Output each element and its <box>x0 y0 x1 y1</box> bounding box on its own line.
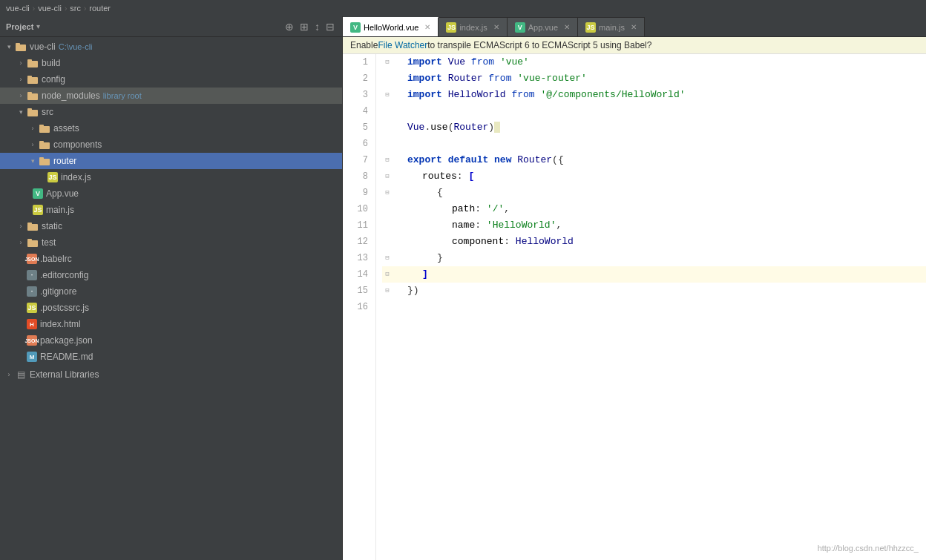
js-icon-main: JS <box>33 205 43 215</box>
line-num-14: 14 <box>343 266 368 283</box>
js-icon-index: JS <box>47 172 58 182</box>
folder-icon-src <box>27 106 39 118</box>
tree-item-app-vue[interactable]: V App.vue <box>0 185 342 202</box>
code-editor[interactable]: 1 2 3 4 5 6 7 8 9 10 11 12 13 14 15 16 <box>343 54 926 560</box>
arrow-node-modules: › <box>15 92 27 99</box>
tree-item-components[interactable]: › components <box>0 136 342 153</box>
tree-item-package-json[interactable]: JSON package.json <box>0 332 342 349</box>
vue-icon-tab-helloworld: V <box>350 22 361 33</box>
arrow-build: › <box>15 59 27 67</box>
tree-item-static[interactable]: › static <box>0 218 342 234</box>
tree-item-readme[interactable]: M README.md <box>0 349 342 365</box>
tab-index-js[interactable]: JS index.js ✕ <box>439 17 507 36</box>
tree-item-src[interactable]: ▾ src <box>0 104 342 120</box>
close-tab-app-vue[interactable]: ✕ <box>564 23 570 31</box>
tree-item-external-libraries[interactable]: › ▤ External Libraries <box>0 366 342 383</box>
breadcrumb-sep-2: › <box>65 4 67 13</box>
code-line-2: import Router from 'vue-router' <box>382 70 926 87</box>
close-tab-helloworld[interactable]: ✕ <box>424 23 430 31</box>
tree-item-assets[interactable]: › assets <box>0 120 342 136</box>
label-node-modules: node_modules <box>42 90 100 101</box>
tree-item-config[interactable]: › config <box>0 71 342 88</box>
file-watcher-link[interactable]: File Watcher <box>378 40 427 50</box>
expand-icon[interactable]: ↕ <box>313 19 321 34</box>
code-line-13: ⊟ } <box>382 250 926 266</box>
line-num-7: 7 <box>343 152 368 168</box>
tree-item-gitignore[interactable]: · .gitignore <box>0 283 342 300</box>
line-num-3: 3 <box>343 87 368 103</box>
tree-item-index-html[interactable]: H index.html <box>0 316 342 332</box>
dot-icon-editorconfig: · <box>27 270 37 280</box>
project-dropdown-arrow[interactable]: ▾ <box>36 22 40 30</box>
svg-rect-17 <box>27 223 32 225</box>
label-editorconfig: .editorconfig <box>40 270 88 280</box>
file-watcher-text-before: Enable <box>350 40 378 50</box>
breadcrumb-item-src[interactable]: src <box>70 4 81 13</box>
settings-icon[interactable]: ⊞ <box>298 19 310 34</box>
label-index-html: index.html <box>40 319 81 329</box>
line-num-13: 13 <box>343 250 368 266</box>
code-line-8: ⊟ routes: [ <box>382 168 926 185</box>
tab-helloworld-vue[interactable]: V HelloWorld.vue ✕ <box>343 17 439 36</box>
svg-rect-7 <box>27 92 32 94</box>
label-index-js: index.js <box>61 172 91 182</box>
label-static: static <box>42 221 62 231</box>
tree-item-node-modules[interactable]: › node_modules library root <box>0 88 342 104</box>
code-line-15: ⊟ }) <box>382 283 926 299</box>
label-vue-cli: vue-cli <box>30 42 56 52</box>
json-icon-package: JSON <box>27 335 37 346</box>
svg-rect-13 <box>39 141 44 143</box>
breadcrumb-item-vue-cli2[interactable]: vue-cli <box>38 4 62 13</box>
code-line-5: Vue.use(Router) <box>382 119 926 136</box>
tab-label-app-vue: App.vue <box>528 23 558 32</box>
code-line-14: ⊟ ] <box>382 266 926 283</box>
close-tab-index-js[interactable]: ✕ <box>493 23 499 31</box>
tree-item-editorconfig[interactable]: · .editorconfig <box>0 267 342 283</box>
folder-icon-vue-cli <box>15 41 27 53</box>
scope-icon[interactable]: ⊕ <box>283 19 295 34</box>
breadcrumb-item-vue-cli[interactable]: vue-cli <box>6 4 30 13</box>
line-num-12: 12 <box>343 234 368 250</box>
line-num-8: 8 <box>343 168 368 185</box>
code-line-3: ⊟ import HelloWorld from '@/components/H… <box>382 87 926 103</box>
tree-item-index-js[interactable]: JS index.js <box>0 169 342 185</box>
tab-app-vue[interactable]: V App.vue ✕ <box>508 17 578 36</box>
label-postcssrc: .postcssrc.js <box>40 303 89 313</box>
tree-item-router[interactable]: ▾ router <box>0 153 342 169</box>
tree-item-vue-cli[interactable]: ▾ vue-cli C:\vue-cli <box>0 39 342 55</box>
label-gitignore: .gitignore <box>40 286 76 297</box>
line-num-4: 4 <box>343 103 368 119</box>
project-panel-label: Project <box>6 22 33 31</box>
line-num-15: 15 <box>343 283 368 299</box>
folder-icon-assets <box>39 122 50 134</box>
tab-bar: V HelloWorld.vue ✕ JS index.js ✕ V App.v… <box>343 16 926 37</box>
folder-icon-test <box>27 237 39 248</box>
label-router: router <box>53 156 76 166</box>
json-icon-babelrc: JSON <box>27 254 37 264</box>
label-test: test <box>42 237 56 248</box>
tab-main-js[interactable]: JS main.js ✕ <box>578 17 645 36</box>
fold-8: ⊟ <box>382 168 393 185</box>
svg-rect-3 <box>27 59 32 62</box>
collapse-icon[interactable]: ⊟ <box>324 19 336 34</box>
label-build: build <box>42 58 60 68</box>
md-icon-readme: M <box>27 352 37 362</box>
breadcrumb-item-router[interactable]: router <box>89 4 111 13</box>
file-tree: ▾ vue-cli C:\vue-cli › build › <box>0 37 342 560</box>
tree-item-babelrc[interactable]: JSON .babelrc <box>0 251 342 267</box>
js-icon-postcssrc: JS <box>27 303 37 313</box>
label-babelrc: .babelrc <box>40 254 72 264</box>
label-config: config <box>42 74 65 85</box>
js-icon-tab-index: JS <box>446 22 456 33</box>
fold-15: ⊟ <box>382 283 393 299</box>
svg-rect-4 <box>27 77 38 84</box>
tree-item-build[interactable]: › build <box>0 55 342 71</box>
close-tab-main-js[interactable]: ✕ <box>631 23 637 31</box>
sidebar: Project ▾ ⊕ ⊞ ↕ ⊟ ▾ vue-cli C:\vue-cli <box>0 16 343 560</box>
tab-label-helloworld-vue: HelloWorld.vue <box>364 23 418 32</box>
tree-item-test[interactable]: › test <box>0 234 342 251</box>
tree-item-main-js[interactable]: JS main.js <box>0 202 342 218</box>
line-num-5: 5 <box>343 119 368 136</box>
vue-icon-tab-app: V <box>515 22 525 33</box>
tree-item-postcssrc[interactable]: JS .postcssrc.js <box>0 300 342 316</box>
